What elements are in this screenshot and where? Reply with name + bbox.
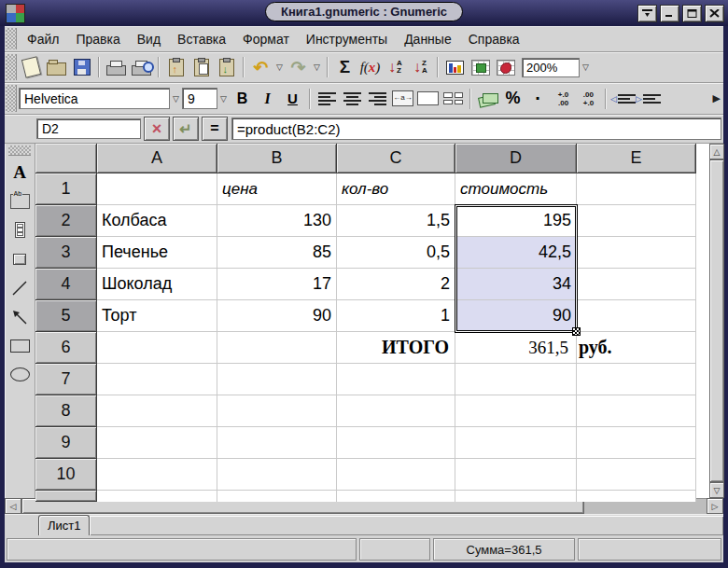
cell-B4[interactable]: 17	[217, 269, 337, 300]
cell-A7[interactable]	[97, 364, 217, 395]
cell-B10[interactable]	[217, 459, 337, 491]
cell-B6[interactable]	[217, 332, 337, 364]
scroll-down-arrow[interactable]: ▽	[709, 482, 724, 498]
insert-function-button[interactable]: f(x)	[357, 55, 383, 79]
cell-C2[interactable]: 1,5	[337, 205, 455, 237]
draw-line-button[interactable]	[7, 275, 33, 300]
row-header-7[interactable]: 7	[35, 364, 97, 395]
decrease-decimals-button[interactable]: .00+.0	[576, 87, 601, 111]
cell-D4[interactable]: 34	[455, 269, 577, 300]
scroll-left-arrow[interactable]: ◁	[5, 498, 21, 514]
create-checkbox-button[interactable]	[7, 217, 33, 242]
draw-ellipse-button[interactable]	[7, 362, 33, 387]
cell-C8[interactable]	[337, 395, 455, 427]
font-size-input[interactable]: 9	[182, 88, 217, 109]
column-header-A[interactable]: A	[97, 144, 217, 173]
cell-D3[interactable]: 42,5	[455, 237, 577, 269]
row-header-6[interactable]: 6	[35, 332, 97, 364]
print-button[interactable]	[104, 55, 129, 79]
cell-A10[interactable]	[97, 459, 217, 491]
maximize-button[interactable]	[682, 5, 702, 22]
status-sum-indicator[interactable]: Сумма=361,5	[433, 538, 575, 561]
cell-E1[interactable]	[577, 173, 696, 205]
cell-A2[interactable]: Колбаса	[97, 205, 217, 237]
toolbar-overflow-arrow[interactable]: ▶	[713, 92, 721, 104]
row-header-10[interactable]: 10	[35, 459, 97, 491]
cell-B9[interactable]	[217, 427, 337, 459]
redo-button[interactable]: ↷	[286, 55, 311, 79]
cell-C7[interactable]	[337, 364, 455, 395]
row-header-1[interactable]: 1	[35, 173, 97, 205]
draw-rectangle-button[interactable]	[7, 333, 33, 358]
sort-ascending-button[interactable]: ↓AZ	[383, 55, 408, 79]
cell-C10[interactable]	[337, 459, 455, 491]
cell-A5[interactable]: Торт	[97, 300, 217, 332]
draw-arrow-button[interactable]	[7, 304, 33, 329]
underline-button[interactable]: U	[280, 87, 305, 111]
print-preview-button[interactable]	[129, 55, 154, 79]
cell-C9[interactable]	[337, 427, 455, 459]
shade-button[interactable]	[637, 5, 657, 22]
standard-toolbar-drag-handle[interactable]	[6, 54, 17, 80]
decrease-indent-button[interactable]: ◁	[610, 87, 636, 111]
cell-C1[interactable]: кол-во	[337, 173, 455, 205]
cell-E7[interactable]	[577, 364, 696, 395]
menu-edit[interactable]: Правка	[67, 30, 128, 48]
cell-B3[interactable]: 85	[217, 237, 337, 269]
menu-file[interactable]: Файл	[19, 30, 67, 48]
row-header-3[interactable]: 3	[35, 237, 97, 269]
cell-A4[interactable]: Шоколад	[97, 269, 217, 300]
cell-D7[interactable]	[455, 364, 577, 395]
cell-E3[interactable]	[577, 237, 696, 269]
menu-view[interactable]: Вид	[129, 30, 169, 48]
cell-A8[interactable]	[97, 395, 217, 427]
cell-E5[interactable]	[577, 300, 696, 332]
cell-E4[interactable]	[577, 269, 696, 300]
italic-button[interactable]: I	[255, 87, 280, 111]
autosum-button[interactable]: Σ	[332, 55, 357, 79]
cell-A6[interactable]	[97, 332, 217, 364]
column-header-B[interactable]: B	[217, 144, 337, 173]
bold-button[interactable]: B	[230, 87, 255, 111]
cell-D10[interactable]	[455, 459, 577, 491]
open-button[interactable]	[44, 55, 69, 79]
menubar-drag-handle[interactable]	[6, 28, 17, 49]
cell-A9[interactable]	[97, 427, 217, 459]
cell-C3[interactable]: 0,5	[337, 237, 455, 269]
formula-input[interactable]: =product(B2:C2)	[231, 118, 721, 140]
align-left-button[interactable]	[315, 87, 340, 111]
increase-indent-button[interactable]: ▷	[636, 87, 661, 111]
format-money-button[interactable]	[475, 87, 500, 111]
select-all-corner[interactable]	[35, 144, 97, 173]
font-name-dropdown[interactable]: ▽	[170, 87, 182, 111]
paste-button[interactable]: ↓	[214, 55, 239, 79]
cell-C4[interactable]: 2	[337, 269, 455, 300]
insert-chart-button[interactable]	[442, 55, 468, 79]
cell-B7[interactable]	[217, 364, 337, 395]
format-toolbar-drag-handle[interactable]	[6, 85, 17, 112]
save-button[interactable]	[69, 55, 94, 79]
equals-button[interactable]: =	[202, 117, 228, 141]
row-header-5[interactable]: 5	[35, 300, 97, 332]
row-header-8[interactable]: 8	[35, 395, 97, 427]
row-header-2[interactable]: 2	[35, 205, 97, 237]
scroll-right-arrow[interactable]: ▷	[707, 498, 723, 514]
sort-descending-button[interactable]: ↓ZA	[408, 55, 433, 79]
new-button[interactable]	[19, 55, 44, 79]
merge-cells-button[interactable]	[415, 87, 441, 111]
zoom-input[interactable]: 200%	[522, 58, 580, 77]
cell-D2[interactable]: 195	[455, 205, 577, 237]
cell-A3[interactable]: Печенье	[97, 237, 217, 269]
column-header-E[interactable]: E	[577, 144, 696, 173]
object-toolbar-drag-handle[interactable]	[8, 145, 31, 156]
undo-dropdown[interactable]: ▽	[273, 55, 286, 79]
column-header-D[interactable]: D	[455, 144, 577, 173]
center-across-button[interactable]: ←a→	[390, 87, 415, 111]
vertical-scrollbar[interactable]: △ ▽	[709, 144, 724, 498]
cell-A1[interactable]	[97, 173, 217, 205]
column-header-C[interactable]: C	[337, 144, 455, 173]
copy-button[interactable]	[189, 55, 214, 79]
insert-object-button[interactable]	[468, 55, 493, 79]
split-cells-button[interactable]	[441, 87, 466, 111]
cell-B5[interactable]: 90	[217, 300, 337, 332]
